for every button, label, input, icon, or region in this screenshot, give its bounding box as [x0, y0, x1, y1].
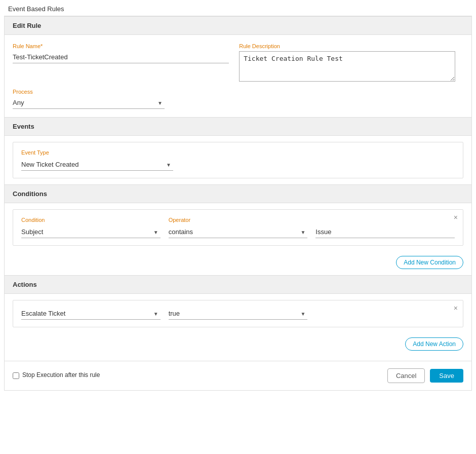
condition-value-input[interactable]: [315, 226, 455, 238]
operator-label: Operator: [169, 217, 308, 223]
event-type-select-wrapper: New Ticket Created Ticket Updated Ticket…: [21, 159, 173, 171]
add-condition-button[interactable]: Add New Condition: [396, 256, 463, 269]
action-row-container: × Escalate Ticket Assign To Change Prior…: [13, 300, 463, 327]
stop-execution-group: Stop Execution after this rule: [13, 371, 100, 381]
events-section-header: Events: [5, 117, 471, 136]
process-label: Process: [13, 89, 165, 95]
add-condition-btn-row: Add New Condition: [5, 252, 471, 275]
condition-row: Condition Subject Status Priority Assign…: [21, 217, 455, 238]
operator-select-wrapper: contains equals starts with ends with no…: [169, 226, 308, 238]
page-title: Event Based Rules: [0, 0, 476, 16]
rule-name-desc-row: Rule Name* Rule Description Ticket Creat…: [13, 43, 463, 82]
main-container: Edit Rule Rule Name* Rule Description Ti…: [4, 16, 472, 391]
condition-row-container: × Condition Subject Status Priority Assi…: [13, 209, 463, 246]
condition-select[interactable]: Subject Status Priority Assignee: [21, 226, 161, 238]
action-close-button[interactable]: ×: [454, 305, 458, 312]
save-button[interactable]: Save: [430, 369, 463, 383]
condition-close-button[interactable]: ×: [454, 214, 458, 221]
rule-name-group: Rule Name*: [13, 43, 229, 82]
action-value-select-wrapper: true false ▼: [169, 308, 308, 320]
operator-group: Operator contains equals starts with end…: [169, 217, 308, 238]
event-type-section: Event Type New Ticket Created Ticket Upd…: [13, 142, 463, 178]
rule-name-input[interactable]: [13, 51, 229, 63]
stop-execution-label: Stop Execution after this rule: [22, 371, 100, 379]
process-group: Process Any Incident Service Request Cha…: [13, 89, 165, 109]
process-select-wrapper: Any Incident Service Request Change ▼: [13, 97, 165, 109]
condition-field-label: Condition: [21, 217, 161, 223]
event-type-label: Event Type: [21, 149, 455, 156]
action-value-group: true false ▼: [169, 308, 308, 320]
action-type-select[interactable]: Escalate Ticket Assign To Change Priorit…: [21, 308, 161, 320]
process-select[interactable]: Any Incident Service Request Change: [13, 97, 165, 109]
action-row: Escalate Ticket Assign To Change Priorit…: [21, 308, 455, 320]
add-action-button[interactable]: Add New Action: [405, 337, 463, 351]
footer: Stop Execution after this rule Cancel Sa…: [5, 361, 471, 390]
rule-name-label: Rule Name*: [13, 43, 229, 49]
rule-form-body: Rule Name* Rule Description Ticket Creat…: [5, 35, 471, 117]
add-action-btn-row: Add New Action: [5, 333, 471, 357]
actions-section-header: Actions: [5, 275, 471, 294]
cancel-button[interactable]: Cancel: [387, 368, 425, 383]
action-type-select-wrapper: Escalate Ticket Assign To Change Priorit…: [21, 308, 161, 320]
stop-execution-checkbox[interactable]: [13, 372, 19, 379]
edit-rule-header: Edit Rule: [5, 16, 471, 35]
event-type-select[interactable]: New Ticket Created Ticket Updated Ticket…: [21, 159, 173, 171]
operator-select[interactable]: contains equals starts with ends with no…: [169, 226, 308, 238]
rule-description-input[interactable]: Ticket Creation Rule Test: [239, 51, 455, 82]
rule-description-label: Rule Description: [239, 43, 455, 49]
condition-select-wrapper: Subject Status Priority Assignee ▼: [21, 226, 161, 238]
condition-value-group: [315, 217, 455, 238]
condition-field-group: Condition Subject Status Priority Assign…: [21, 217, 161, 238]
rule-description-group: Rule Description Ticket Creation Rule Te…: [239, 43, 455, 82]
action-value-select[interactable]: true false: [169, 308, 308, 320]
action-type-group: Escalate Ticket Assign To Change Priorit…: [21, 308, 161, 320]
conditions-section-header: Conditions: [5, 184, 471, 203]
